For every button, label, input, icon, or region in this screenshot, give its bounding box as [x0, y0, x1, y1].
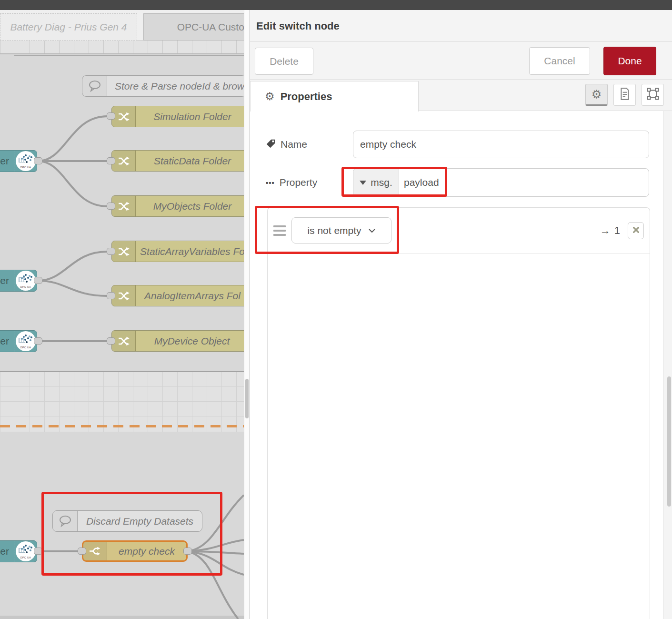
input-port[interactable] [107, 112, 115, 120]
wire[interactable] [38, 252, 107, 281]
annotation-box-rule [255, 206, 399, 254]
opcua-icon: OPC UA [14, 331, 37, 352]
input-port[interactable] [107, 203, 115, 210]
node-label: StaticData Folder [136, 151, 244, 171]
switch-icon [112, 241, 136, 262]
output-port[interactable] [34, 337, 42, 345]
properties-view-button[interactable]: ⚙ [585, 84, 608, 106]
node-label: AnalogItemArrays Fol [136, 285, 244, 306]
done-button[interactable]: Done [603, 47, 656, 75]
scrollbar-thumb[interactable] [667, 376, 671, 507]
close-icon [633, 226, 639, 235]
switch-icon [112, 106, 136, 127]
node-label: MyObjects Folder [136, 196, 244, 216]
delete-button[interactable]: Delete [255, 48, 313, 75]
input-port[interactable] [107, 292, 115, 299]
property-field-label: ••• Property [266, 168, 317, 197]
input-port[interactable] [107, 248, 115, 255]
edit-switch-node-dialog: Edit switch node Delete Cancel Done ⚙ Pr… [250, 10, 672, 619]
node-label: Simulation Folder [136, 106, 244, 127]
switch-node-analogitemarrays[interactable]: AnalogItemArrays Fol [111, 285, 244, 306]
workspace-vertical-scrollbar[interactable] [244, 10, 250, 619]
dialog-button-bar: Delete Cancel Done [250, 42, 672, 80]
output-port[interactable] [34, 277, 42, 284]
description-view-button[interactable] [613, 84, 636, 106]
opcua-icon: OPC UA [14, 541, 37, 562]
switch-node-simulation-folder[interactable]: Simulation Folder [111, 106, 244, 127]
opcua-browser-node[interactable]: er OPC UA [0, 270, 37, 292]
opcua-icon: OPC UA [14, 151, 37, 172]
cancel-button[interactable]: Cancel [529, 47, 590, 75]
dialog-title: Edit switch node [256, 10, 672, 42]
name-field-label: Name [266, 131, 307, 158]
gear-icon: ⚙ [592, 88, 602, 101]
switch-icon [112, 285, 136, 306]
output-port[interactable] [34, 157, 42, 164]
node-label: Store & Parse nodeId & brow [107, 76, 244, 96]
annotation-box-flow-nodes [41, 492, 222, 576]
dialog-header: Edit switch node [250, 10, 672, 42]
switch-node-mydevice-object[interactable]: MyDevice Object [111, 330, 244, 352]
input-port[interactable] [107, 337, 115, 345]
node-label: er [0, 331, 14, 352]
switch-node-staticarrayvariables[interactable]: StaticArrayVariables Fo [111, 241, 244, 262]
rule-output-indicator: →1 [600, 224, 620, 237]
input-port[interactable] [107, 157, 115, 164]
node-label: er [0, 270, 14, 291]
tab-label: Properties [281, 91, 332, 103]
app-header-bar [0, 0, 672, 10]
node-red-editor: Battery Diag - Prius Gen 4 OPC-UA Custom [0, 0, 672, 619]
node-label: er [0, 151, 14, 172]
switch-icon [112, 331, 136, 351]
opcua-icon: OPC UA [14, 270, 37, 291]
opcua-browser-node[interactable]: er OPC UA [0, 540, 37, 562]
wire[interactable] [38, 116, 107, 161]
opcua-browser-node[interactable]: er OPC UA [0, 330, 37, 352]
wire[interactable] [38, 281, 107, 296]
comment-node-store-parse[interactable]: Store & Parse nodeId & brow [82, 75, 244, 97]
remove-rule-button[interactable] [628, 222, 644, 239]
tab-properties[interactable]: ⚙ Properties [250, 81, 419, 112]
switch-node-myobjects-folder[interactable]: MyObjects Folder [111, 195, 244, 217]
annotation-box-property [341, 167, 447, 197]
document-icon [620, 88, 630, 102]
appearance-icon [647, 88, 659, 102]
name-input[interactable] [353, 131, 649, 158]
comment-icon [82, 76, 107, 96]
rules-list: is not empty →1 [267, 207, 650, 619]
dialog-vertical-scrollbar[interactable] [663, 111, 672, 619]
tag-icon [266, 139, 276, 151]
switch-icon [112, 196, 136, 216]
gear-icon: ⚙ [265, 90, 275, 103]
wire[interactable] [38, 161, 107, 206]
switch-icon [112, 151, 136, 171]
opcua-browser-node[interactable]: er OPC UA [0, 150, 37, 172]
switch-node-staticdata-folder[interactable]: StaticData Folder [111, 150, 244, 172]
appearance-view-button[interactable] [642, 84, 664, 106]
dialog-tab-row: ⚙ Properties ⚙ [250, 80, 672, 111]
node-label: MyDevice Object [136, 331, 244, 351]
ellipsis-icon: ••• [266, 179, 275, 187]
node-label: StaticArrayVariables Fo [136, 241, 244, 262]
scrollbar-thumb[interactable] [245, 379, 249, 418]
node-label: er [0, 541, 14, 562]
